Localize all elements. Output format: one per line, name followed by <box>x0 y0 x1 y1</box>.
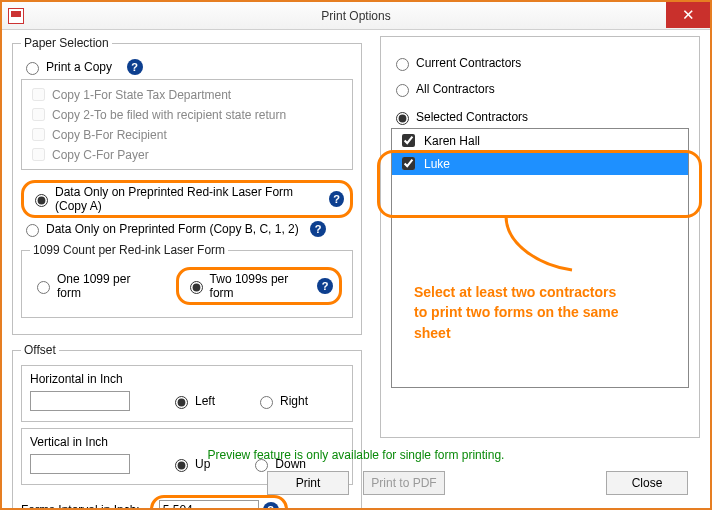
radio-one-per-form[interactable] <box>37 281 50 294</box>
copy-label: Copy 1-For State Tax Department <box>52 88 231 102</box>
help-icon[interactable]: ? <box>127 59 143 75</box>
print-pdf-button: Print to PDF <box>363 471 445 495</box>
radio-print-copy[interactable] <box>26 62 39 75</box>
annotation-text: Select at least two contractors to print… <box>414 282 694 343</box>
radio-current-contractors[interactable] <box>396 58 409 71</box>
close-icon[interactable]: ✕ <box>666 2 710 28</box>
button-bar: Print Print to PDF Close <box>2 468 710 498</box>
radio-data-preprinted[interactable] <box>26 224 39 237</box>
contractor-checkbox[interactable] <box>402 157 415 170</box>
horizontal-box: Horizontal in Inch Left Right <box>21 365 353 422</box>
help-icon[interactable]: ? <box>317 278 333 294</box>
contractor-checkbox[interactable] <box>402 134 415 147</box>
help-icon[interactable]: ? <box>310 221 326 237</box>
copy-label: Copy C-For Payer <box>52 148 149 162</box>
all-contractors-label: All Contractors <box>416 82 495 96</box>
contractor-name: Luke <box>424 157 450 171</box>
radio-left[interactable] <box>175 396 188 409</box>
forms-interval-input[interactable] <box>159 500 259 510</box>
titlebar: Print Options ✕ <box>2 2 710 30</box>
data-redink-label: Data Only on Preprinted Red-ink Laser Fo… <box>55 185 325 213</box>
vertical-label: Vertical in Inch <box>30 435 344 449</box>
list-item[interactable]: Karen Hall <box>392 129 688 152</box>
offset-legend: Offset <box>21 343 59 357</box>
copy-checkbox <box>32 148 45 161</box>
window-title: Print Options <box>2 9 710 23</box>
selected-contractors-label: Selected Contractors <box>416 110 528 124</box>
left-panel: Paper Selection Print a Copy ? Copy 1-Fo… <box>12 36 362 510</box>
copy-checkbox <box>32 88 45 101</box>
copy-label: Copy B-For Recipient <box>52 128 167 142</box>
right-label: Right <box>280 394 308 408</box>
print-copy-label: Print a Copy <box>46 60 112 74</box>
highlight-two-per-form: Two 1099s per form ? <box>176 267 342 305</box>
list-item[interactable]: Luke <box>392 152 688 175</box>
count-legend: 1099 Count per Red-ink Laser Form <box>30 243 228 257</box>
radio-selected-contractors[interactable] <box>396 112 409 125</box>
current-contractors-label: Current Contractors <box>416 56 521 70</box>
count-group: 1099 Count per Red-ink Laser Form One 10… <box>21 243 353 318</box>
paper-selection-legend: Paper Selection <box>21 36 112 50</box>
copies-list: Copy 1-For State Tax Department Copy 2-T… <box>21 79 353 170</box>
left-label: Left <box>195 394 215 408</box>
horizontal-label: Horizontal in Inch <box>30 372 344 386</box>
help-icon[interactable]: ? <box>263 502 279 510</box>
contractors-panel: Current Contractors All Contractors Sele… <box>380 36 700 438</box>
copy-label: Copy 2-To be filed with recipient state … <box>52 108 286 122</box>
preview-warning: Preview feature is only available for si… <box>2 448 710 462</box>
two-per-form-label: Two 1099s per form <box>210 272 314 300</box>
close-button[interactable]: Close <box>606 471 688 495</box>
forms-interval-label: Forms Interval in Inch: <box>21 503 140 510</box>
data-preprinted-label: Data Only on Preprinted Form (Copy B, C,… <box>46 222 299 236</box>
print-button[interactable]: Print <box>267 471 349 495</box>
highlight-redink-option: Data Only on Preprinted Red-ink Laser Fo… <box>21 180 353 218</box>
radio-two-per-form[interactable] <box>190 281 203 294</box>
radio-all-contractors[interactable] <box>396 84 409 97</box>
one-per-form-label: One 1099 per form <box>57 272 156 300</box>
help-icon[interactable]: ? <box>329 191 344 207</box>
paper-selection-group: Paper Selection Print a Copy ? Copy 1-Fo… <box>12 36 362 335</box>
horizontal-input[interactable] <box>30 391 130 411</box>
radio-data-redink[interactable] <box>35 194 48 207</box>
copy-checkbox <box>32 108 45 121</box>
copy-checkbox <box>32 128 45 141</box>
contractor-list[interactable]: Karen Hall Luke <box>391 128 689 388</box>
contractor-name: Karen Hall <box>424 134 480 148</box>
radio-right[interactable] <box>260 396 273 409</box>
